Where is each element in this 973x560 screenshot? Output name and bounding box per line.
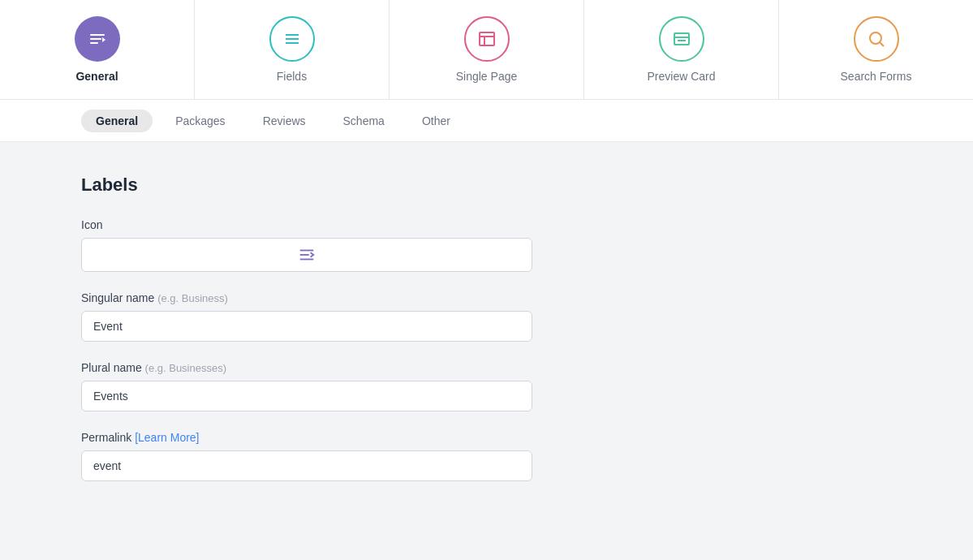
- nav-label-fields: Fields: [277, 70, 307, 83]
- singular-name-input[interactable]: [81, 311, 532, 342]
- plural-name-input[interactable]: [81, 381, 532, 411]
- top-nav: General Fields Single Page: [0, 0, 973, 100]
- svg-marker-3: [102, 37, 105, 42]
- single-page-icon: [464, 16, 510, 62]
- search-forms-icon: [854, 16, 899, 62]
- svg-rect-7: [480, 32, 494, 45]
- nav-label-single-page: Single Page: [456, 70, 518, 83]
- nav-item-fields[interactable]: Fields: [195, 0, 390, 99]
- main-content: Labels Icon Singular name (e.g. Business…: [0, 142, 973, 548]
- svg-rect-0: [90, 34, 105, 36]
- preview-card-icon: [659, 16, 704, 62]
- fields-icon: [269, 16, 315, 62]
- svg-rect-10: [674, 33, 689, 45]
- sub-tab-reviews[interactable]: Reviews: [248, 110, 321, 132]
- sub-tab-other[interactable]: Other: [407, 110, 465, 132]
- icon-field-group: Icon: [81, 218, 892, 272]
- nav-item-preview-card[interactable]: Preview Card: [584, 0, 779, 99]
- svg-line-14: [880, 43, 884, 47]
- permalink-group: Permalink [Learn More]: [81, 431, 892, 481]
- permalink-label: Permalink [Learn More]: [81, 431, 892, 444]
- general-icon: [75, 16, 120, 62]
- nav-item-general[interactable]: General: [0, 0, 195, 99]
- sub-tab-schema[interactable]: Schema: [329, 110, 399, 132]
- nav-label-preview-card: Preview Card: [647, 70, 715, 83]
- sub-tab-packages[interactable]: Packages: [161, 110, 239, 132]
- svg-rect-1: [90, 38, 101, 40]
- nav-item-single-page[interactable]: Single Page: [390, 0, 584, 99]
- nav-label-search-forms: Search Forms: [841, 70, 912, 83]
- svg-rect-2: [90, 42, 98, 44]
- icon-label: Icon: [81, 218, 892, 231]
- nav-item-search-forms[interactable]: Search Forms: [779, 0, 973, 99]
- learn-more-link[interactable]: [Learn More]: [135, 431, 199, 444]
- section-title: Labels: [81, 174, 892, 196]
- plural-label: Plural name (e.g. Businesses): [81, 361, 892, 374]
- singular-name-group: Singular name (e.g. Business): [81, 291, 892, 342]
- plural-name-group: Plural name (e.g. Businesses): [81, 361, 892, 411]
- sub-tab-general[interactable]: General: [81, 110, 153, 132]
- svg-point-13: [870, 32, 881, 44]
- icon-input[interactable]: [81, 238, 532, 272]
- singular-label: Singular name (e.g. Business): [81, 291, 892, 304]
- nav-label-general: General: [75, 70, 118, 83]
- sub-tabs: General Packages Reviews Schema Other: [0, 100, 973, 142]
- permalink-input[interactable]: [81, 450, 532, 481]
